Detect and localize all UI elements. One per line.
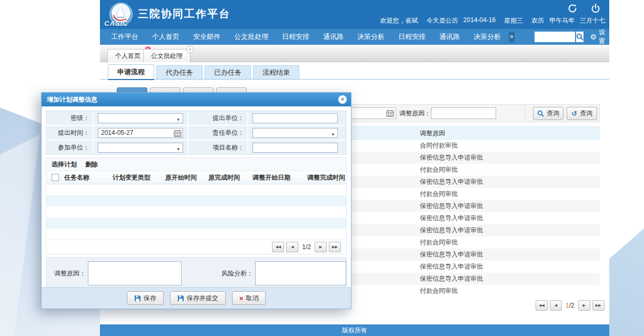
save-icon [177,295,184,302]
power-icon[interactable] [590,3,601,14]
query-button-label: 查询 [547,109,559,118]
nav-item-decision-analysis-2[interactable]: 决策分析 [467,29,508,45]
reason-filter-input[interactable] [431,107,496,119]
last-page-button[interactable]: ▶▶ [592,300,605,311]
page-title: 三院协同工作平台 [138,7,230,21]
nav-item-secure-mail[interactable]: 安全邮件 [186,29,227,45]
save-submit-button-label: 保存并提交 [187,294,218,303]
nav-item-schedule-2[interactable]: 日程安排 [391,29,432,45]
background-shape-right [609,0,644,336]
adjust-reason-textarea[interactable] [88,261,182,285]
refresh-icon[interactable] [567,3,578,14]
close-tab-icon[interactable]: × [186,46,194,53]
risk-analysis-textarea[interactable] [255,261,346,285]
responsible-unit-label: 责任单位： [213,129,244,137]
first-page-button[interactable]: ◀◀ [272,242,284,252]
window-tab-document-batch[interactable]: 公文批处理 × [143,49,190,63]
project-name-input[interactable] [253,143,338,153]
nav-more-button[interactable]: » [509,32,515,42]
plan-table-header: 任务名称 计划变更类型 原开始时间 原完成时间 调整开始日期 调整完成时间 [46,171,346,184]
first-page-button[interactable]: ◀◀ [536,300,548,311]
welcome-text: 欢迎您，崔斌 [380,16,418,25]
proposing-unit-input[interactable] [253,113,338,123]
save-button[interactable]: 保存 [127,291,164,305]
reset-query-button[interactable]: ↺ 查询 [567,107,597,120]
cancel-button[interactable]: × 取消 [232,291,266,305]
empty-row [46,218,346,229]
col-task-name: 任务名称 [64,173,113,182]
empty-row [46,184,346,195]
save-icon [134,295,141,302]
total-pages: /2 [569,302,575,309]
main-nav: 工作平台 个人首页 安全邮件 公文批处理 日程安排 通讯路 决策分析 日程安排 … [100,29,609,45]
nav-item-contacts-2[interactable]: 通讯路 [432,29,467,45]
dialog-titlebar[interactable]: 增加计划调整信息 × [42,93,351,106]
select-plan-link[interactable]: 选择计划 [52,160,77,169]
date-prefix: 今天是公历 [427,16,458,25]
nav-item-work-platform[interactable]: 工作平台 [104,29,145,45]
calendar-icon[interactable] [174,129,182,140]
prev-page-button[interactable]: ◀ [286,242,298,252]
next-page-button[interactable]: ▶ [315,242,327,252]
empty-row [46,229,346,240]
nav-item-decision-analysis[interactable]: 决策分析 [350,29,391,45]
adjust-reason-label: 调整原因： [46,269,86,278]
query-button[interactable]: 查询 [533,107,564,120]
window-tab-label: 公文批处理 [151,52,183,60]
next-page-button[interactable]: ▶ [578,300,590,311]
nav-item-personal-home[interactable]: 个人首页 [145,29,186,45]
cancel-button-label: 取消 [246,294,258,303]
settings-label: 设置 [599,28,605,46]
tab-todo-tasks[interactable]: 代办任务 [156,65,203,79]
search-icon [537,110,544,117]
responsible-unit-select[interactable]: ▼ [253,128,338,138]
close-icon[interactable]: × [338,95,347,104]
secrecy-level-label: 密级： [71,114,89,123]
settings-button[interactable]: ⚙ 设置 [590,28,605,46]
empty-row [46,206,346,218]
calendar-icon[interactable] [386,109,394,119]
header: CASIC 三院协同工作平台 欢迎您，崔斌 今天是公历 2014-04-16 星… [100,0,609,29]
reset-query-button-label: 查询 [580,109,592,118]
tab-apply-flow[interactable]: 申请流程 [108,64,154,80]
logo-word: CASIC [104,19,128,27]
dialog-title: 增加计划调整信息 [47,96,97,103]
col-change-type: 计划变更类型 [113,173,165,182]
refresh-icon: ↺ [571,110,577,117]
reason-filter-label: 调整原因： [399,105,431,122]
cancel-x-icon: × [239,295,244,302]
search-input[interactable] [535,32,576,42]
tab-flow-finished[interactable]: 流程结束 [253,65,299,79]
window-tab-personal-home[interactable]: 个人首页 × [107,49,148,63]
dialog-bottom-form: 调整原因： 风险分析： [46,257,347,290]
empty-row [46,195,346,206]
nav-item-contacts[interactable]: 通讯路 [316,29,350,45]
search-button[interactable] [576,32,583,42]
select-all-checkbox[interactable] [52,174,59,181]
col-orig-start: 原开始时间 [165,173,208,182]
chevron-down-icon: ▼ [176,145,180,154]
gear-icon: ⚙ [590,33,597,41]
delete-link[interactable]: 删除 [85,160,98,169]
dialog-form: 密级： ▼ 提出单位： 提出时间： 2014-05-27 [46,111,347,155]
window-tabstrip: 个人首页 × 公文批处理 × [100,45,609,62]
participating-unit-label: 参加单位： [58,143,89,152]
risk-analysis-label: 风险分析： [207,269,253,278]
col-orig-finish: 原完成时间 [208,173,253,182]
chevron-down-icon: ▼ [331,130,335,139]
add-plan-adjustment-dialog: 增加计划调整信息 × 密级： ▼ 提出单位： 提出时间： 2014-05-27 [41,92,351,309]
prev-page-button[interactable]: ◀ [550,300,562,311]
current-page: 1 [566,302,569,309]
propose-time-input[interactable]: 2014-05-27 [98,128,183,138]
secrecy-level-select[interactable]: ▼ [98,113,183,123]
tab-done-tasks[interactable]: 已办任务 [205,65,251,79]
last-page-button[interactable]: ▶▶ [329,242,341,252]
participating-unit-select[interactable]: ▼ [98,143,183,153]
lunar-label: 农历 [531,16,544,25]
nav-item-schedule[interactable]: 日程安排 [275,29,316,45]
filter-divider [525,106,525,121]
lunar-year: 甲午马年 [549,16,575,25]
dialog-footer: 保存 保存并提交 × 取消 [42,287,351,309]
nav-item-document-batch[interactable]: 公文批处理 [227,29,275,45]
save-submit-button[interactable]: 保存并提交 [170,291,226,305]
